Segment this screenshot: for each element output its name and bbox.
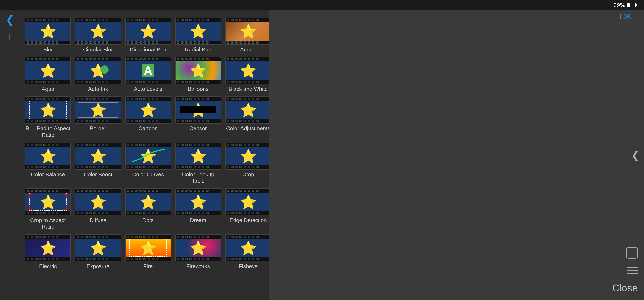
status-bar: 39% (0, 0, 644, 10)
effect-label-directional-blur: Directional Blur (130, 46, 166, 53)
effect-item-border[interactable]: ⭐ Border (74, 95, 122, 139)
effect-item-radial-blur[interactable]: ⭐ Radial Blur (174, 17, 222, 54)
star-icon-aqua: ⭐ (40, 64, 56, 77)
effect-thumb-electric: ⭐ (25, 234, 71, 262)
effect-label-electric: Electric (39, 263, 57, 270)
effect-label-exposure: Exposure (86, 263, 110, 270)
effect-label-radial-blur: Radial Blur (185, 46, 211, 53)
add-button[interactable]: ＋ (4, 31, 15, 42)
effect-item-balloons[interactable]: ⭐ Balloons (174, 56, 222, 93)
effect-item-dream[interactable]: ⭐ Dream (174, 187, 222, 231)
ok-section: OK (269, 10, 644, 23)
star-icon-amber: ⭐ (240, 24, 257, 38)
effect-label-edge-detection: Edge Detection (230, 217, 267, 224)
effect-label-black-and-white: Black and White (228, 86, 268, 92)
effect-item-amber[interactable]: ⭐ Amber (224, 17, 269, 54)
effect-item-diffuse[interactable]: ⭐ Diffuse (74, 187, 122, 231)
effect-thumb-border: ⭐ (75, 96, 121, 124)
bottom-nav: Close (602, 241, 644, 300)
effect-item-blur-pad[interactable]: ⭐ Blur Pad to Aspect Ratio (24, 95, 72, 139)
star-icon-electric: ⭐ (40, 241, 56, 255)
effect-thumb-edge-detection: ⭐ (225, 188, 269, 215)
effect-label-circular-blur: Circular Blur (83, 46, 113, 53)
effect-item-cartoon[interactable]: ⭐ Cartoon (124, 95, 172, 139)
effect-label-censor: Censor (189, 125, 207, 132)
nav-line-2 (627, 270, 638, 271)
effect-label-color-boost: Color Boost (84, 171, 112, 178)
effect-item-aqua[interactable]: ⭐ Aqua (24, 56, 72, 93)
effect-item-fisheye[interactable]: ⭐ Fisheye (224, 233, 269, 271)
close-button[interactable]: Close (612, 282, 638, 294)
star-icon-radial-blur: ⭐ (190, 24, 207, 38)
effect-thumb-diffuse: ⭐ (75, 188, 121, 215)
back-button[interactable]: ❮ (6, 14, 14, 25)
collapse-arrow[interactable]: ❮ (627, 145, 644, 165)
effect-item-circular-blur[interactable]: ⭐ Circular Blur (74, 17, 122, 54)
effect-item-fireworks[interactable]: ⭐ Fireworks (174, 233, 222, 271)
effect-label-amber: Amber (240, 46, 256, 53)
effect-item-color-curves[interactable]: ⭐ Color Curves (124, 141, 172, 185)
star-icon-black-and-white: ⭐ (240, 64, 257, 77)
effect-item-crop-aspect[interactable]: ⭐ Crop to Aspect Ratio (24, 187, 72, 231)
effect-item-dots[interactable]: ⭐ Dots (124, 187, 172, 231)
effect-thumb-cartoon: ⭐ (125, 96, 171, 124)
star-icon-cartoon: ⭐ (140, 103, 156, 117)
effect-thumb-color-curves: ⭐ (125, 142, 171, 170)
nav-line-1 (627, 267, 638, 268)
effect-item-exposure[interactable]: ⭐ Exposure (74, 233, 122, 271)
effect-thumb-crop-aspect: ⭐ (25, 188, 71, 215)
ok-button[interactable]: OK (620, 12, 632, 21)
star-icon-color-adjustments: ⭐ (240, 103, 257, 117)
effect-thumb-fisheye: ⭐ (225, 234, 269, 262)
star-icon-color-lookup: ⭐ (190, 149, 207, 163)
effect-thumb-auto-levels: A (125, 57, 171, 84)
effect-label-color-balance: Color Balance (31, 171, 65, 178)
battery-percentage: 39% (614, 2, 625, 8)
effect-item-crop[interactable]: ⭐ Crop (224, 141, 269, 185)
star-icon-crop: ⭐ (240, 149, 257, 163)
left-sidebar: ❮ ＋ (0, 10, 20, 300)
star-icon-circular-blur: ⭐ (90, 24, 106, 38)
effect-thumb-crop: ⭐ (225, 142, 269, 170)
effect-thumb-fire: ⭐ (125, 234, 171, 262)
effect-thumb-auto-fix: ⭐ (75, 57, 121, 84)
effect-thumb-directional-blur: ⭐ (125, 18, 171, 45)
effect-item-auto-fix[interactable]: ⭐ Auto Fix (74, 56, 122, 93)
star-icon-color-boost: ⭐ (90, 149, 106, 163)
effect-label-fisheye: Fisheye (238, 263, 258, 270)
effect-thumb-balloons: ⭐ (175, 57, 221, 84)
effect-item-electric[interactable]: ⭐ Electric (24, 233, 72, 271)
effect-item-color-boost[interactable]: ⭐ Color Boost (74, 141, 122, 185)
effect-label-cartoon: Cartoon (138, 125, 158, 132)
effect-thumb-censor: ⭐ (175, 96, 221, 124)
effect-item-fire[interactable]: ⭐ Fire (124, 233, 172, 271)
nav-square-button[interactable] (626, 247, 638, 259)
effect-thumb-exposure: ⭐ (75, 234, 121, 262)
effect-item-color-balance[interactable]: ⭐ Color Balance (24, 141, 72, 185)
effect-item-censor[interactable]: ⭐ Censor (174, 95, 222, 139)
effect-item-color-adjustments[interactable]: ⭐ Color Adjustments (224, 95, 269, 139)
effect-label-color-adjustments: Color Adjustments (226, 125, 269, 132)
effect-thumb-color-adjustments: ⭐ (225, 96, 269, 124)
nav-lines-button[interactable] (627, 267, 638, 274)
effect-item-color-lookup[interactable]: ⭐ Color Lookup Table (174, 141, 222, 185)
battery-status: 39% (614, 2, 636, 8)
effect-item-black-and-white[interactable]: ⭐ Black and White (224, 56, 269, 93)
effect-label-crop: Crop (242, 171, 254, 178)
star-icon-blur: ⭐ (40, 24, 56, 38)
effect-thumb-blur-pad: ⭐ (25, 96, 71, 124)
effect-thumb-black-and-white: ⭐ (225, 57, 269, 84)
effect-thumb-color-boost: ⭐ (75, 142, 121, 170)
effect-thumb-amber: ⭐ (225, 18, 269, 45)
effect-item-blur[interactable]: ⭐ Blur (24, 17, 72, 54)
effect-label-crop-aspect: Crop to Aspect Ratio (25, 217, 71, 230)
effect-label-auto-fix: Auto Fix (88, 86, 108, 92)
star-icon-dream: ⭐ (190, 195, 207, 209)
effect-item-edge-detection[interactable]: ⭐ Edge Detection (224, 187, 269, 231)
star-icon-exposure: ⭐ (90, 241, 106, 255)
star-icon-directional-blur: ⭐ (140, 24, 156, 38)
effect-item-auto-levels[interactable]: A Auto Levels (124, 56, 172, 93)
nav-line-3 (627, 273, 638, 274)
effect-thumb-color-balance: ⭐ (25, 142, 71, 170)
effect-item-directional-blur[interactable]: ⭐ Directional Blur (124, 17, 172, 54)
